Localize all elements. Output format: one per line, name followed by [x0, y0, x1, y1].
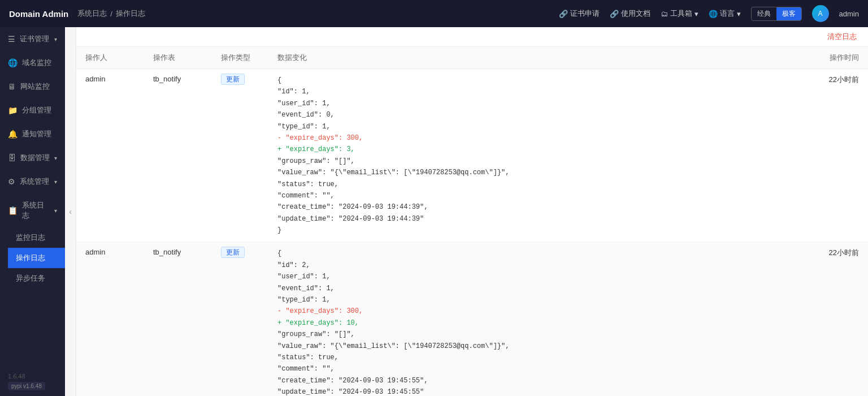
diff-line: "id": 2, [277, 260, 791, 271]
breadcrumb-separator: / [110, 10, 112, 18]
top-nav-right: 🔗 证书申请 🔗 使用文档 🗂 工具箱 ▾ 🌐 语言 ▾ 经典 极客 A adm… [559, 5, 859, 22]
sidebar-item-system[interactable]: ⚙ 系统管理 ▾ [0, 170, 65, 193]
sidebar-sub-async: 异步任务 [0, 268, 65, 289]
diff-line: "event_id": 1, [277, 283, 791, 294]
diff-block: { "id": 1, "user_id": 1, "event_id": 0, … [277, 75, 791, 236]
col-time: 操作时间 [800, 47, 868, 69]
sidebar-item-label: 异步任务 [16, 273, 57, 283]
sidebar-item-label: 网站监控 [20, 81, 57, 92]
diff-line: "create_time": "2024-09-03 19:45:55", [277, 375, 791, 386]
sidebar-item-website[interactable]: 🖥 网站监控 [0, 75, 65, 98]
sidebar-item-label: 系统管理 [20, 177, 50, 187]
diff-line: + "expire_days": 3, [277, 144, 791, 155]
diff-line: "update_time": "2024-09-03 19:44:39" [277, 213, 791, 225]
sidebar-item-domain[interactable]: 🌐 域名监控 [0, 51, 65, 75]
content-header: 清空日志 [76, 27, 868, 47]
sidebar-item-label: 数据管理 [20, 153, 50, 163]
content-area: 清空日志 操作人 操作表 操作类型 数据变化 操作时间 admintb_noti… [76, 27, 868, 396]
mode-switcher: 经典 极客 [751, 7, 802, 21]
link-icon: 🔗 [559, 10, 568, 18]
diff-line: "user_id": 1, [277, 271, 791, 282]
cell-operator: admin [76, 69, 144, 242]
sidebar-item-data[interactable]: 🗄 数据管理 ▾ [0, 146, 65, 170]
diff-line: "id": 1, [277, 86, 791, 97]
clear-log-button[interactable]: 清空日志 [827, 32, 857, 42]
diff-line: + "expire_days": 10, [277, 317, 791, 329]
type-badge: 更新 [221, 74, 245, 85]
chevron-icon: ▾ [54, 208, 57, 214]
table-row: admintb_notify更新{ "id": 1, "user_id": 1,… [76, 69, 868, 242]
link-icon: 🔗 [610, 10, 619, 18]
sidebar-item-label: 监控日志 [16, 233, 57, 243]
sidebar: ☰ 证书管理 ▾ 🌐 域名监控 🖥 网站监控 📁 分组管理 🔔 通知管理 🗄 数… [0, 27, 65, 396]
classic-mode-button[interactable]: 经典 [752, 7, 776, 20]
sidebar-item-syslog[interactable]: 📋 系统日志 ▾ [0, 193, 65, 227]
diff-line: - "expire_days": 300, [277, 305, 791, 317]
version-badge: pypi v1.6.48 [8, 382, 45, 390]
brand: Domain Admin [9, 9, 68, 19]
sidebar-item-group[interactable]: 📁 分组管理 [0, 98, 65, 122]
sidebar-sub-monitor: 监控日志 [0, 227, 65, 248]
diff-line: "status": true, [277, 179, 791, 190]
cell-time: 22小时前 [800, 69, 868, 242]
toolbox-link[interactable]: 🗂 工具箱 ▾ [661, 8, 698, 19]
pro-mode-button[interactable]: 极客 [776, 7, 801, 20]
use-docs-link[interactable]: 🔗 使用文档 [610, 8, 650, 19]
sidebar-item-op-log[interactable]: 操作日志 [8, 248, 65, 268]
data-icon: 🗄 [8, 153, 16, 162]
table-header-row: 操作人 操作表 操作类型 数据变化 操作时间 [76, 47, 868, 69]
sidebar-item-cert[interactable]: ☰ 证书管理 ▾ [0, 27, 65, 51]
language-link[interactable]: 🌐 语言 ▾ [709, 8, 741, 19]
sidebar-item-notify[interactable]: 🔔 通知管理 [0, 122, 65, 146]
diff-line: "event_id": 0, [277, 109, 791, 120]
diff-line: "groups_raw": "[]", [277, 156, 791, 167]
cell-table: tb_notify [144, 69, 212, 242]
group-icon: 📁 [8, 106, 18, 115]
chevron-icon: ▾ [54, 179, 57, 185]
col-table: 操作表 [144, 47, 212, 69]
cell-type: 更新 [212, 69, 268, 242]
diff-line: "comment": "", [277, 190, 791, 201]
sidebar-item-monitor-log[interactable]: 监控日志 [8, 227, 65, 248]
cell-table: tb_notify [144, 242, 212, 396]
diff-line: "type_id": 1, [277, 121, 791, 132]
top-nav: Domain Admin 系统日志 / 操作日志 🔗 证书申请 🔗 使用文档 🗂… [0, 0, 868, 27]
col-operator: 操作人 [76, 47, 144, 69]
cell-time: 22小时前 [800, 242, 868, 396]
username: admin [839, 10, 859, 18]
chevron-icon: ▾ [54, 155, 57, 161]
sidebar-item-label: 证书管理 [20, 34, 50, 44]
type-badge: 更新 [221, 247, 245, 258]
notify-icon: 🔔 [8, 130, 18, 139]
sidebar-item-label: 通知管理 [22, 129, 57, 139]
breadcrumb: 系统日志 / 操作日志 [77, 8, 145, 19]
collapse-sidebar-button[interactable]: ‹ [65, 27, 76, 396]
cell-type: 更新 [212, 242, 268, 396]
syslog-icon: 📋 [8, 206, 18, 215]
table-row: admintb_notify更新{ "id": 2, "user_id": 1,… [76, 242, 868, 396]
diff-line: "user_id": 1, [277, 98, 791, 109]
col-type: 操作类型 [212, 47, 268, 69]
chevron-down-icon: ▾ [737, 10, 741, 18]
diff-line: "groups_raw": "[]", [277, 329, 791, 340]
diff-line: { [277, 248, 791, 259]
toolbox-icon: 🗂 [661, 10, 668, 18]
sidebar-footer: 1.6.48 pypi v1.6.48 [0, 367, 65, 396]
cert-icon: ☰ [8, 35, 15, 44]
system-icon: ⚙ [8, 177, 15, 186]
globe-icon: 🌐 [709, 10, 718, 18]
sidebar-item-label: 域名监控 [22, 58, 57, 68]
avatar: A [812, 5, 829, 22]
breadcrumb-item-1: 系统日志 [77, 8, 107, 19]
diff-line: "create_time": "2024-09-03 19:44:39", [277, 201, 791, 213]
sidebar-item-async-task[interactable]: 异步任务 [8, 268, 65, 289]
diff-line: - "expire_days": 300, [277, 132, 791, 144]
domain-icon: 🌐 [8, 58, 18, 67]
chevron-down-icon: ▾ [695, 10, 698, 18]
sidebar-item-label: 分组管理 [22, 105, 57, 115]
breadcrumb-item-2: 操作日志 [116, 8, 145, 19]
sidebar-sub-oplog: 操作日志 [0, 248, 65, 268]
cert-apply-link[interactable]: 🔗 证书申请 [559, 8, 600, 19]
main-layout: ☰ 证书管理 ▾ 🌐 域名监控 🖥 网站监控 📁 分组管理 🔔 通知管理 🗄 数… [0, 27, 868, 396]
log-table: 操作人 操作表 操作类型 数据变化 操作时间 admintb_notify更新{… [76, 47, 868, 396]
